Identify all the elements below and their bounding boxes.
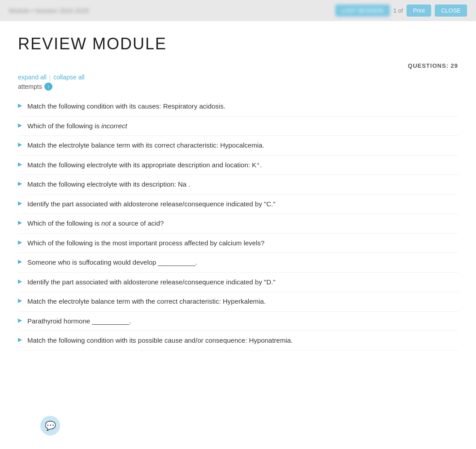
- question-text: Parathyroid hormone __________.: [27, 316, 131, 327]
- top-bar-right: LAST SESSION 1 of Print CLOSE: [335, 4, 467, 17]
- expand-all-button[interactable]: expand all: [18, 74, 47, 81]
- question-text: Which of the following is incorrect: [27, 121, 127, 131]
- question-text: Match the following electrolyte with its…: [27, 179, 190, 190]
- page-title: REVIEW MODULE: [18, 35, 458, 53]
- main-content: REVIEW MODULE QUESTIONS: 29 expand all |…: [0, 21, 476, 387]
- expand-arrow-icon: ▶: [18, 161, 22, 167]
- question-text: Match the following electrolyte with its…: [27, 160, 262, 170]
- question-item[interactable]: ▶Identify the part associated with aldos…: [18, 195, 458, 214]
- question-item[interactable]: ▶Someone who is suffocating would develo…: [18, 253, 458, 273]
- question-text: Which of the following is the most impor…: [27, 238, 264, 248]
- question-item[interactable]: ▶Parathyroid hormone __________.: [18, 312, 458, 331]
- top-bar: Module • Session 2024 2025 LAST SESSION …: [0, 0, 476, 21]
- question-item[interactable]: ▶Identify the part associated with aldos…: [18, 273, 458, 292]
- question-item[interactable]: ▶Match the electrolyte balance term with…: [18, 292, 458, 312]
- expand-arrow-icon: ▶: [18, 336, 22, 343]
- question-text: Which of the following is not a source o…: [27, 218, 164, 229]
- expand-arrow-icon: ▶: [18, 122, 22, 128]
- question-item[interactable]: ▶Which of the following is incorrect: [18, 117, 458, 136]
- expand-arrow-icon: ▶: [18, 180, 22, 187]
- question-item[interactable]: ▶Match the following electrolyte with it…: [18, 156, 458, 175]
- controls-separator: |: [49, 74, 51, 81]
- question-text: Match the following condition with its p…: [27, 336, 293, 346]
- question-text: Match the following condition with its c…: [27, 101, 225, 112]
- questions-count: QUESTIONS: 29: [18, 62, 458, 69]
- question-text: Someone who is suffocating would develop…: [27, 257, 197, 268]
- last-session-button[interactable]: LAST SESSION: [335, 4, 390, 17]
- controls-row: expand all | collapse all: [18, 74, 458, 81]
- attempts-row: attempts i: [18, 83, 458, 91]
- question-item[interactable]: ▶Match the following condition with its …: [18, 97, 458, 117]
- question-text: Match the electrolyte balance term with …: [27, 296, 266, 307]
- bottom-fade: [18, 346, 458, 373]
- expand-arrow-icon: ▶: [18, 141, 22, 148]
- question-text: Match the electrolyte balance term with …: [27, 140, 264, 151]
- question-item[interactable]: ▶Match the following electrolyte with it…: [18, 175, 458, 195]
- question-text: Identify the part associated with aldost…: [27, 199, 275, 209]
- expand-arrow-icon: ▶: [18, 200, 22, 206]
- top-bar-extra: 1 of: [394, 7, 403, 14]
- top-bar-title: Module • Session 2024 2025: [9, 7, 89, 14]
- expand-arrow-icon: ▶: [18, 278, 22, 284]
- info-icon[interactable]: i: [44, 83, 52, 91]
- expand-arrow-icon: ▶: [18, 239, 22, 245]
- expand-arrow-icon: ▶: [18, 297, 22, 304]
- expand-arrow-icon: ▶: [18, 102, 22, 109]
- question-item[interactable]: ▶Which of the following is not a source …: [18, 214, 458, 234]
- expand-arrow-icon: ▶: [18, 219, 22, 226]
- close-button[interactable]: CLOSE: [435, 4, 467, 17]
- print-button[interactable]: Print: [407, 4, 431, 17]
- question-item[interactable]: ▶Match the electrolyte balance term with…: [18, 136, 458, 156]
- collapse-all-button[interactable]: collapse all: [53, 74, 84, 81]
- question-list: ▶Match the following condition with its …: [18, 97, 458, 351]
- expand-arrow-icon: ▶: [18, 258, 22, 265]
- expand-arrow-icon: ▶: [18, 317, 22, 323]
- attempts-label: attempts: [18, 83, 42, 90]
- question-text: Identify the part associated with aldost…: [27, 277, 275, 288]
- question-item[interactable]: ▶Which of the following is the most impo…: [18, 234, 458, 253]
